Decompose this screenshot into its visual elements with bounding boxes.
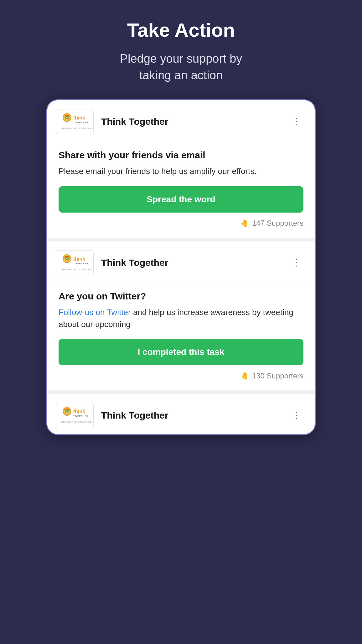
svg-text:TOGETHER: TOGETHER (73, 262, 88, 265)
card-body-2: Are you on Twitter? Follow-us on Twitter… (47, 281, 315, 390)
logo-box-3: think TOGETHER CHANGING THE ODDS FOR KID… (56, 403, 94, 428)
svg-rect-2 (66, 121, 68, 122)
svg-rect-3 (66, 122, 68, 122)
spread-word-button[interactable]: Spread the word (59, 186, 303, 213)
svg-text:TOGETHER: TOGETHER (73, 415, 88, 418)
separator-1 (47, 238, 315, 241)
org-name-3: Think Together (101, 410, 289, 421)
org-name-1: Think Together (101, 116, 289, 127)
card-header-3: think TOGETHER CHANGING THE ODDS FOR KID… (47, 394, 315, 434)
card-container: think TOGETHER CHANGING THE ODDS FOR KID… (46, 99, 316, 435)
svg-text:think: think (73, 409, 85, 414)
org-name-2: Think Together (101, 257, 289, 268)
svg-rect-17 (66, 415, 68, 416)
hand-icon-1: 🤚 (240, 219, 249, 227)
svg-rect-9 (66, 262, 68, 263)
think-together-logo-1: think TOGETHER CHANGING THE ODDS FOR KID… (58, 111, 92, 133)
svg-text:TOGETHER: TOGETHER (73, 121, 88, 124)
think-together-logo-2: think TOGETHER CHANGING THE ODDS FOR KID… (58, 252, 92, 274)
svg-text:think: think (73, 115, 85, 120)
task-description-1: Please email your friends to help us amp… (59, 166, 303, 177)
page-subtitle: Pledge your support bytaking an action (120, 50, 242, 84)
task-description-2: Follow-us on Twitter and help us increas… (59, 307, 303, 330)
supporters-row-2: 🤚 130 Supporters (59, 372, 303, 382)
supporters-count-2: 130 Supporters (252, 372, 303, 380)
svg-text:CHANGING THE ODDS FOR KIDS: CHANGING THE ODDS FOR KIDS (61, 268, 92, 270)
twitter-link[interactable]: Follow-us on Twitter (59, 308, 131, 317)
more-menu-2[interactable]: ⋮ (289, 256, 303, 270)
supporters-count-1: 147 Supporters (252, 219, 303, 228)
task-card-3: think TOGETHER CHANGING THE ODDS FOR KID… (47, 394, 315, 434)
task-title-2: Are you on Twitter? (59, 290, 303, 302)
page-title: Take Action (120, 19, 242, 41)
card-header-1: think TOGETHER CHANGING THE ODDS FOR KID… (47, 100, 315, 140)
hand-icon-2: 🤚 (240, 372, 249, 380)
task-title-1: Share with your friends via email (59, 149, 303, 161)
separator-2 (47, 390, 315, 394)
supporters-row-1: 🤚 147 Supporters (59, 219, 303, 229)
card-header-2: think TOGETHER CHANGING THE ODDS FOR KID… (47, 241, 315, 281)
svg-text:think: think (73, 256, 85, 261)
card-body-1: Share with your friends via email Please… (47, 140, 315, 238)
logo-box-1: think TOGETHER CHANGING THE ODDS FOR KID… (56, 109, 94, 134)
more-menu-1[interactable]: ⋮ (289, 115, 303, 129)
svg-text:CHANGING THE ODDS FOR KIDS: CHANGING THE ODDS FOR KIDS (61, 421, 92, 423)
svg-rect-10 (66, 263, 68, 263)
think-together-logo-3: think TOGETHER CHANGING THE ODDS FOR KID… (58, 404, 92, 426)
page-header: Take Action Pledge your support bytaking… (95, 19, 267, 84)
svg-rect-16 (66, 414, 68, 415)
task-card-1: think TOGETHER CHANGING THE ODDS FOR KID… (47, 100, 315, 238)
task-card-2: think TOGETHER CHANGING THE ODDS FOR KID… (47, 241, 315, 390)
more-menu-3[interactable]: ⋮ (289, 409, 303, 422)
svg-text:CHANGING THE ODDS FOR KIDS: CHANGING THE ODDS FOR KIDS (61, 127, 92, 129)
logo-box-2: think TOGETHER CHANGING THE ODDS FOR KID… (56, 250, 94, 275)
completed-task-button[interactable]: I completed this task (59, 339, 303, 365)
